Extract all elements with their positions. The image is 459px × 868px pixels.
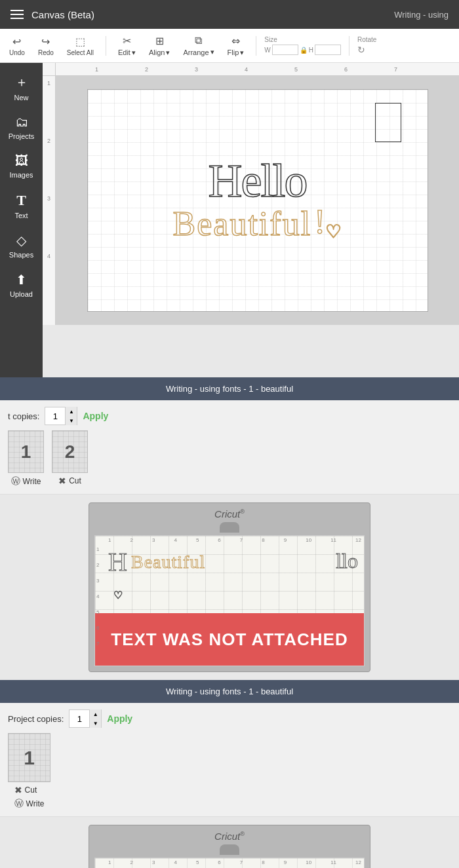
mat-number-2: 2	[65, 442, 75, 462]
select-all-button[interactable]: ⬚ Select All	[63, 33, 98, 59]
app-title: Canvas (Beta)	[31, 9, 94, 20]
redo-button[interactable]: ↪ Redo	[34, 33, 58, 59]
align-button[interactable]: ⊞ Align ▾	[145, 32, 174, 60]
copies-spinners-1: ▲ ▼	[65, 407, 77, 425]
cut-icon-1: ✖	[58, 476, 66, 486]
spinner-up-2[interactable]: ▲	[89, 709, 101, 719]
main-area: ＋ New 🗂 Projects 🖼 Images T Text ◇ Shape…	[0, 63, 459, 377]
mat-inner-1: 123456789101112 1 2 3 4 5 6 7 H Beautifu…	[94, 535, 365, 666]
sidebar-item-text[interactable]: T Text	[0, 187, 43, 225]
sidebar-item-shapes[interactable]: ◇ Shapes	[0, 227, 43, 264]
flip-button[interactable]: ⇔ Flip ▾	[224, 32, 249, 60]
text-icon: T	[16, 192, 26, 209]
cricut-logo-2: Cricut®	[94, 831, 365, 842]
send-section-2: Project copies: ▲ ▼ Apply 1 ✖ Cut Ⓦ	[0, 703, 459, 817]
mat-ruler-top: 123456789101112	[108, 537, 361, 543]
canvas-text-container: Hello Beautiful ! ♡	[101, 103, 414, 298]
ruler-top: 1 2 3 4 5 6 7	[43, 63, 459, 76]
mat-label-row-2: ✖ Cut	[58, 476, 81, 486]
beautiful-text: Beautiful	[173, 207, 312, 241]
flip-icon: ⇔	[231, 35, 240, 47]
copies-input-1[interactable]	[45, 411, 65, 421]
scattered-beautiful: Beautiful	[131, 552, 205, 573]
mat-number-3: 1	[24, 747, 35, 769]
separator	[106, 36, 106, 56]
width-input[interactable]	[272, 45, 298, 55]
arrange-button[interactable]: ⧉ Arrange ▾	[179, 32, 218, 59]
cricut-mat-1: Cricut® 123456789101112 1 2 3 4 5 6 7 H …	[89, 502, 370, 672]
align-icon: ⊞	[155, 35, 164, 47]
canvas-viewport[interactable]: Hello Beautiful ! ♡	[56, 76, 459, 325]
separator2	[256, 36, 256, 56]
scattered-llo: llo	[336, 549, 358, 573]
mat-thumbnail-2: 2	[52, 430, 88, 473]
sidebar-item-projects[interactable]: 🗂 Projects	[0, 109, 43, 145]
mat-item-3: 1 ✖ Cut Ⓦ Write	[8, 733, 50, 810]
mat-action-1: Write	[23, 477, 41, 486]
left-sidebar: ＋ New 🗂 Projects 🖼 Images T Text ◇ Shape…	[0, 63, 43, 377]
copies-label-1: t copies:	[8, 411, 39, 421]
red-overlay-1: TEXT WAS NOT ATTACHED	[95, 613, 364, 666]
new-icon: ＋	[15, 73, 28, 91]
top-bar-right: Writing - using	[394, 10, 449, 20]
select-all-icon: ⬚	[75, 35, 85, 48]
upload-icon: ⬆	[16, 272, 27, 288]
sidebar-item-upload[interactable]: ⬆ Upload	[0, 267, 43, 303]
project-copies-row: Project copies: ▲ ▼ Apply	[8, 709, 451, 728]
sidebar-item-images[interactable]: 🖼 Images	[0, 148, 43, 184]
send-section-1: t copies: ▲ ▼ Apply 1 Ⓦ Write 2	[0, 400, 459, 495]
status-bar-2: Writing - using fonts - 1 - beautiful	[0, 680, 459, 703]
write-icon-1: Ⓦ	[11, 476, 20, 487]
overlay-text-1: TEXT WAS NOT ATTACHED	[111, 630, 348, 650]
apply-button-2[interactable]: Apply	[107, 713, 132, 724]
rotate-icon: ↻	[357, 45, 365, 55]
spinner-down-1[interactable]: ▼	[65, 416, 77, 425]
copies-input-2[interactable]	[70, 714, 89, 724]
beautiful-row: Beautiful ! ♡	[173, 202, 342, 241]
undo-icon: ↩	[12, 35, 21, 48]
spinner-down-2[interactable]: ▼	[89, 719, 101, 728]
edit-icon: ✂	[123, 35, 131, 47]
mat-handle-2	[220, 844, 239, 855]
undo-button[interactable]: ↩ Undo	[5, 33, 29, 59]
height-input[interactable]	[315, 45, 341, 55]
apply-button-1[interactable]: Apply	[83, 411, 108, 421]
ruler-left: 1 2 3 4	[43, 76, 56, 325]
copies-row-1: t copies: ▲ ▼ Apply	[8, 407, 451, 425]
mat-action-2: Cut	[69, 476, 81, 485]
copies-spinners-2: ▲ ▼	[89, 709, 101, 728]
ruler-corner	[43, 63, 56, 76]
arrange-icon: ⧉	[195, 35, 202, 47]
mat-item-1: 1 Ⓦ Write	[8, 430, 44, 487]
projects-icon: 🗂	[15, 115, 28, 130]
scattered-heart: ♡	[113, 589, 123, 601]
copies-input-wrap-2: ▲ ▼	[69, 709, 102, 728]
write-icon-2: Ⓦ	[14, 798, 24, 810]
top-bar-left: Canvas (Beta)	[10, 9, 94, 20]
mat-list-2: 1 ✖ Cut Ⓦ Write	[8, 733, 451, 810]
mat-inner-2: 123456789101112 1 2 3 4 5 6 7 8 9 Hello …	[94, 858, 365, 868]
scattered-hello: H	[108, 546, 127, 577]
copies-input-wrap-1: ▲ ▼	[45, 407, 77, 425]
canvas-area: 1 2 3 4 5 6 7 1 2 3 4	[43, 63, 459, 377]
separator3	[349, 36, 349, 56]
shapes-icon: ◇	[16, 233, 26, 248]
mat-thumbnail-3: 1	[8, 733, 50, 782]
hello-text: Hello	[209, 160, 307, 202]
mat-number-1: 1	[21, 442, 31, 462]
edit-button[interactable]: ✂ Edit ▾	[114, 32, 140, 60]
mat-item-2: 2 ✖ Cut	[52, 430, 88, 487]
redo-icon: ↪	[41, 35, 50, 48]
mat-label-col-3: ✖ Cut Ⓦ Write	[14, 785, 45, 810]
mat-cut-label: Cut	[25, 785, 37, 795]
project-copies-label: Project copies:	[8, 714, 64, 724]
sidebar-item-new[interactable]: ＋ New	[0, 68, 43, 107]
lock-icon: 🔒	[300, 47, 308, 54]
canvas-paper: Hello Beautiful ! ♡	[87, 89, 428, 312]
rotate-group: Rotate ↻	[357, 36, 376, 55]
top-bar: Canvas (Beta) Writing - using	[0, 0, 459, 29]
spinner-up-1[interactable]: ▲	[65, 407, 77, 416]
mat-thumbnail-1: 1	[8, 430, 44, 473]
hamburger-menu[interactable]	[10, 10, 24, 19]
toolbar: ↩ Undo ↪ Redo ⬚ Select All ✂ Edit ▾ ⊞ Al…	[0, 29, 459, 63]
